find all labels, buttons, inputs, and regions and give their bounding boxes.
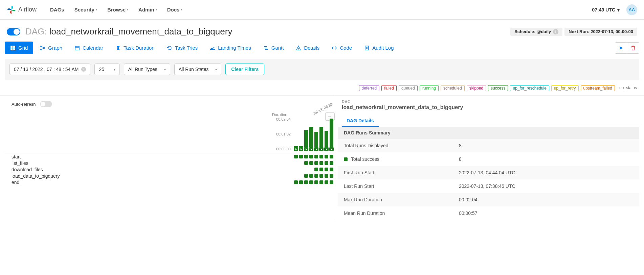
tab-code[interactable]: Code bbox=[326, 42, 357, 54]
task-instance-cell[interactable] bbox=[319, 161, 323, 165]
run-marker[interactable] bbox=[324, 147, 329, 151]
task-instance-cell[interactable] bbox=[314, 168, 318, 171]
legend-running[interactable]: running bbox=[420, 85, 439, 91]
tab-audit-log[interactable]: Audit Log bbox=[359, 42, 399, 54]
run-bar[interactable] bbox=[330, 119, 333, 147]
tab-dag-details[interactable]: DAG Details bbox=[342, 115, 379, 127]
task-name[interactable]: start bbox=[5, 154, 294, 159]
clear-filters-button[interactable]: Clear Filters bbox=[225, 64, 264, 75]
task-instance-cell[interactable] bbox=[314, 155, 318, 158]
task-instance-cell[interactable] bbox=[309, 180, 313, 184]
run-marker[interactable] bbox=[314, 147, 318, 151]
task-instance-cell[interactable] bbox=[325, 168, 328, 171]
task-instance-cell[interactable] bbox=[314, 174, 318, 178]
run-states-filter[interactable]: All Run States ▾ bbox=[174, 64, 222, 75]
datetime-filter[interactable]: 07 / 13 / 2022 , 07 : 48 : 54 AM✕ bbox=[9, 64, 90, 75]
legend-failed[interactable]: failed bbox=[381, 85, 397, 91]
tab-details[interactable]: Details bbox=[290, 42, 325, 54]
task-instance-cell[interactable] bbox=[319, 155, 323, 158]
tab-task-duration[interactable]: Task Duration bbox=[110, 42, 160, 54]
task-instance-cell[interactable] bbox=[330, 180, 333, 184]
run-marker[interactable] bbox=[329, 147, 334, 151]
task-instance-cell[interactable] bbox=[314, 180, 318, 184]
tab-task-tries[interactable]: Task Tries bbox=[161, 42, 203, 54]
task-instance-cell[interactable] bbox=[309, 174, 313, 178]
task-name[interactable]: load_data_to_bigquery bbox=[5, 173, 294, 179]
legend-upstream-failed[interactable]: upstream_failed bbox=[581, 85, 615, 91]
task-instance-cell[interactable] bbox=[330, 161, 333, 165]
task-instance-cell[interactable] bbox=[309, 161, 313, 165]
run-marker[interactable] bbox=[304, 147, 308, 151]
task-instance-cell[interactable] bbox=[294, 180, 298, 184]
run-marker[interactable] bbox=[309, 147, 313, 151]
run-bar[interactable] bbox=[299, 146, 303, 147]
legend-up-for-retry[interactable]: up_for_retry bbox=[551, 85, 579, 91]
logo[interactable]: Airflow bbox=[7, 5, 37, 15]
task-name[interactable]: end bbox=[5, 180, 294, 185]
legend-queued[interactable]: queued bbox=[399, 85, 418, 91]
run-marker[interactable] bbox=[299, 147, 303, 151]
task-instance-cell[interactable] bbox=[325, 174, 328, 178]
next-run-pill[interactable]: Next Run: 2022-07-13, 00:00:00 bbox=[564, 28, 637, 36]
airflow-logo-icon bbox=[7, 5, 16, 15]
task-instance-cell[interactable] bbox=[330, 155, 333, 158]
nav-security[interactable]: Security▾ bbox=[74, 7, 97, 12]
nav-admin[interactable]: Admin▾ bbox=[138, 7, 157, 12]
run-count-filter[interactable]: 25 ▾ bbox=[94, 64, 119, 75]
task-instance-cell[interactable] bbox=[325, 161, 328, 165]
tab-calendar[interactable]: Calendar bbox=[69, 42, 109, 54]
legend-up-for-reschedule[interactable]: up_for_reschedule bbox=[510, 85, 549, 91]
task-instance-cell[interactable] bbox=[330, 174, 333, 178]
schedule-pill[interactable]: Schedule: @dailyi bbox=[510, 28, 562, 36]
tab-graph[interactable]: Graph bbox=[35, 42, 68, 54]
tab-grid[interactable]: Grid bbox=[5, 42, 33, 54]
task-name[interactable]: download_files bbox=[5, 167, 294, 172]
trigger-dag-button[interactable] bbox=[615, 42, 627, 54]
run-types-filter[interactable]: All Run Types ▾ bbox=[124, 64, 170, 75]
run-marker[interactable] bbox=[319, 147, 324, 151]
run-bar[interactable] bbox=[309, 127, 313, 147]
task-instance-cell[interactable] bbox=[299, 180, 303, 184]
legend-success[interactable]: success bbox=[488, 85, 508, 91]
run-bar[interactable] bbox=[319, 127, 323, 147]
run-bar[interactable] bbox=[325, 131, 328, 147]
clear-icon[interactable]: ✕ bbox=[81, 67, 86, 72]
task-name[interactable]: list_files bbox=[5, 160, 294, 166]
task-instance-cell[interactable] bbox=[294, 155, 298, 158]
auto-refresh-toggle[interactable] bbox=[40, 101, 52, 107]
dag-enable-toggle[interactable] bbox=[7, 28, 20, 35]
task-instance-cell[interactable] bbox=[319, 180, 323, 184]
tab-landing-times[interactable]: Landing Times bbox=[204, 42, 257, 54]
tab-gantt[interactable]: Gantt bbox=[258, 42, 289, 54]
task-instance-cell[interactable] bbox=[314, 161, 318, 165]
task-instance-cell[interactable] bbox=[319, 168, 323, 171]
run-bar[interactable] bbox=[294, 146, 298, 147]
task-instance-cell[interactable] bbox=[299, 155, 303, 158]
legend-skipped[interactable]: skipped bbox=[467, 85, 486, 91]
run-bar[interactable] bbox=[314, 132, 318, 147]
task-instance-cell[interactable] bbox=[309, 155, 313, 158]
task-instance-cell[interactable] bbox=[330, 168, 333, 171]
task-instance-cell[interactable] bbox=[304, 155, 308, 158]
legend-no-status[interactable]: no_status bbox=[617, 85, 639, 91]
task-instance-cell[interactable] bbox=[325, 180, 328, 184]
task-instance-cell[interactable] bbox=[325, 155, 328, 158]
run-bar[interactable] bbox=[304, 130, 308, 147]
clock[interactable]: 07:49 UTC▾ bbox=[592, 7, 620, 12]
nav-dags[interactable]: DAGs bbox=[50, 7, 64, 12]
duration-chart: Jul 13, 06:38 00:02:04 00:01:02 00:00:00 bbox=[5, 117, 335, 151]
run-marker[interactable] bbox=[294, 147, 298, 151]
user-avatar[interactable]: AA bbox=[626, 4, 637, 15]
task-instance-cell[interactable] bbox=[319, 174, 323, 178]
task-instance-cell[interactable] bbox=[304, 174, 308, 178]
task-instance-cell[interactable] bbox=[304, 180, 308, 184]
delete-dag-button[interactable] bbox=[627, 42, 639, 54]
legend-deferred[interactable]: deferred bbox=[359, 85, 380, 91]
nav-docs[interactable]: Docs▾ bbox=[167, 7, 182, 12]
task-instance-cell[interactable] bbox=[304, 161, 308, 165]
svg-rect-7 bbox=[75, 46, 79, 50]
nav-browse[interactable]: Browse▾ bbox=[107, 7, 128, 12]
legend-scheduled[interactable]: scheduled bbox=[441, 85, 465, 91]
details-panel: DAG load_networkrail_movement_data_to_bi… bbox=[335, 96, 639, 220]
summary-title: DAG Runs Summary bbox=[338, 127, 639, 139]
